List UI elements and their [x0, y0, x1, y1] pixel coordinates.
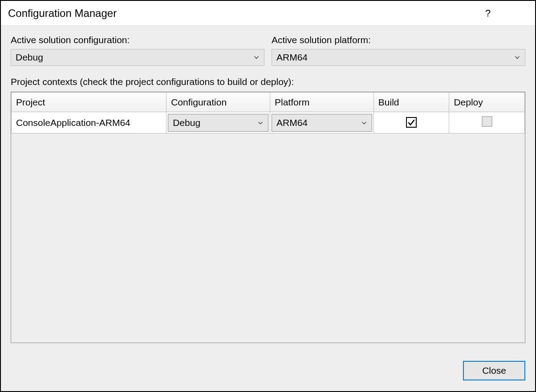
active-platform-value: ARM64	[276, 52, 308, 63]
active-config-label: Active solution configuration:	[11, 35, 264, 45]
cell-build	[374, 112, 449, 133]
close-button[interactable]: Close	[463, 361, 525, 380]
help-button[interactable]: ?	[475, 1, 501, 26]
deploy-checkbox	[482, 116, 492, 127]
active-platform-dropdown[interactable]: ARM64	[272, 49, 525, 66]
header-deploy[interactable]: Deploy	[449, 93, 525, 112]
titlebar: Configuration Manager ?	[1, 1, 535, 26]
dialog-footer: Close	[1, 352, 535, 391]
row-platform-value: ARM64	[276, 117, 308, 128]
row-config-value: Debug	[173, 117, 200, 128]
header-configuration[interactable]: Configuration	[166, 93, 270, 112]
build-checkbox[interactable]	[406, 117, 417, 128]
cell-deploy	[449, 112, 525, 133]
header-project[interactable]: Project	[12, 93, 166, 112]
active-config-group: Active solution configuration: Debug	[11, 35, 264, 66]
cell-platform: ARM64	[270, 112, 374, 133]
chevron-down-icon	[253, 52, 260, 63]
project-contexts-label: Project contexts (check the project conf…	[11, 77, 525, 87]
active-config-value: Debug	[16, 52, 43, 63]
cell-configuration: Debug	[166, 112, 270, 133]
help-icon: ?	[485, 8, 491, 19]
active-config-dropdown[interactable]: Debug	[11, 49, 264, 66]
active-platform-label: Active solution platform:	[272, 35, 525, 45]
project-name: ConsoleApplication-ARM64	[12, 117, 166, 128]
row-platform-dropdown[interactable]: ARM64	[272, 114, 372, 132]
active-platform-group: Active solution platform: ARM64	[272, 35, 525, 66]
header-platform[interactable]: Platform	[270, 93, 374, 112]
solution-config-row: Active solution configuration: Debug Act…	[11, 35, 525, 66]
chevron-down-icon	[514, 52, 520, 63]
row-config-dropdown[interactable]: Debug	[168, 114, 268, 132]
chevron-down-icon	[361, 117, 367, 128]
project-grid: Project Configuration Platform Build Dep…	[11, 92, 525, 133]
cell-project: ConsoleApplication-ARM64	[12, 112, 166, 133]
configuration-manager-dialog: Configuration Manager ? Active solution …	[0, 0, 536, 392]
header-build[interactable]: Build	[374, 93, 449, 112]
chevron-down-icon	[257, 117, 264, 128]
close-button-label: Close	[482, 365, 506, 376]
grid-empty-area	[11, 133, 525, 343]
table-row: ConsoleApplication-ARM64 Debug	[12, 112, 525, 133]
close-window-button[interactable]	[501, 1, 528, 26]
grid-header-row: Project Configuration Platform Build Dep…	[12, 93, 525, 112]
dialog-title: Configuration Manager	[8, 7, 475, 20]
dialog-content: Active solution configuration: Debug Act…	[1, 26, 535, 352]
project-grid-container: Project Configuration Platform Build Dep…	[11, 92, 525, 343]
